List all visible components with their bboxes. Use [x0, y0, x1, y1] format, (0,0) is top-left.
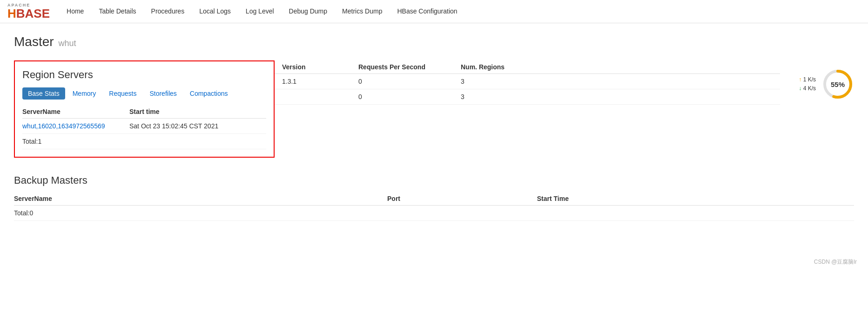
- col-header-regions: Num. Regions: [461, 60, 780, 74]
- total-regions: 3: [461, 89, 780, 105]
- col-header-rps: Requests Per Second: [358, 60, 461, 74]
- nav-link-log-level[interactable]: Log Level: [238, 0, 282, 23]
- backup-masters-table: ServerNamePortStart Time Total:0: [14, 192, 854, 221]
- backup-total-port: [387, 206, 537, 221]
- footer-text: CSDN @豆腐脑lr: [814, 259, 857, 265]
- regions-cell: 3: [461, 74, 780, 89]
- navbar: APACHE HBASE HomeTable DetailsProcedures…: [0, 0, 868, 23]
- footer: CSDN @豆腐脑lr: [0, 251, 868, 273]
- tab-storefiles[interactable]: Storefiles: [144, 87, 182, 100]
- backup-masters-title: Backup Masters: [14, 174, 854, 186]
- brand-logo: APACHE HBASE: [7, 3, 50, 20]
- region-servers-extended: Version Requests Per Second Num. Regions…: [275, 60, 780, 105]
- total-version: [275, 89, 358, 105]
- backup-total-row: Total:0: [14, 206, 854, 221]
- nav-links: HomeTable DetailsProceduresLocal LogsLog…: [59, 0, 465, 23]
- rps-cell: 0: [358, 74, 461, 89]
- hostname: whut: [59, 39, 76, 48]
- donut-chart: 55%: [821, 68, 854, 100]
- version-cell: 1.3.1: [275, 74, 358, 89]
- hbase-text: HBASE: [7, 7, 50, 20]
- tab-compactions[interactable]: Compactions: [184, 87, 234, 100]
- backup-col-servername: ServerName: [14, 192, 387, 206]
- region-servers-inner-table: ServerName Start time whut,16020,1634972…: [22, 105, 266, 149]
- donut-label: 55%: [831, 80, 845, 88]
- hbase-logo: APACHE HBASE: [7, 3, 50, 20]
- base-text: BASE: [16, 7, 50, 20]
- tab-bar: Base StatsMemoryRequestsStorefilesCompac…: [22, 87, 266, 100]
- total-starttime: [129, 134, 266, 149]
- h-letter: H: [7, 7, 16, 20]
- table-row-outer: 1.3.1 0 3: [275, 74, 780, 89]
- col-header-starttime: Start time: [129, 105, 266, 119]
- region-servers-panel: Region Servers Base StatsMemoryRequestsS…: [14, 60, 275, 158]
- tab-base-stats[interactable]: Base Stats: [22, 87, 65, 100]
- region-servers-title: Region Servers: [22, 69, 266, 81]
- page-title: Master: [14, 34, 54, 49]
- col-header-version: Version: [275, 60, 358, 74]
- speed-widget: ↑ 1 K/s ↓ 4 K/s: [780, 64, 854, 100]
- backup-total-label: Total:0: [14, 206, 387, 221]
- total-row: Total:1: [22, 134, 266, 149]
- total-rps: 0: [358, 89, 461, 105]
- total-label: Total:1: [22, 134, 129, 149]
- table-row: whut,16020,1634972565569 Sat Oct 23 15:0…: [22, 119, 266, 134]
- server-name-cell: whut,16020,1634972565569: [22, 119, 129, 134]
- total-row-outer: 0 3: [275, 89, 780, 105]
- region-servers-outer-table: Version Requests Per Second Num. Regions…: [275, 60, 780, 105]
- nav-link-debug-dump[interactable]: Debug Dump: [282, 0, 335, 23]
- tab-memory[interactable]: Memory: [67, 87, 102, 100]
- speed-down: ↓ 4 K/s: [799, 84, 816, 93]
- nav-link-home[interactable]: Home: [59, 0, 91, 23]
- backup-total-starttime: [537, 206, 854, 221]
- start-time-cell: Sat Oct 23 15:02:45 CST 2021: [129, 119, 266, 134]
- backup-masters-section: Backup Masters ServerNamePortStart Time …: [14, 174, 854, 221]
- page-content: Master whut Region Servers Base StatsMem…: [0, 23, 868, 232]
- nav-link-procedures[interactable]: Procedures: [144, 0, 192, 23]
- tab-requests[interactable]: Requests: [103, 87, 142, 100]
- nav-link-local-logs[interactable]: Local Logs: [192, 0, 238, 23]
- server-name-link[interactable]: whut,16020,1634972565569: [22, 122, 105, 130]
- speed-stats: ↑ 1 K/s ↓ 4 K/s: [799, 75, 816, 93]
- speed-up: ↑ 1 K/s: [799, 75, 816, 84]
- backup-col-port: Port: [387, 192, 537, 206]
- col-header-servername: ServerName: [22, 105, 129, 119]
- nav-link-table-details[interactable]: Table Details: [91, 0, 143, 23]
- nav-link-metrics-dump[interactable]: Metrics Dump: [335, 0, 390, 23]
- nav-link-hbase-configuration[interactable]: HBase Configuration: [390, 0, 464, 23]
- master-heading: Master whut: [14, 34, 854, 49]
- backup-col-start-time: Start Time: [537, 192, 854, 206]
